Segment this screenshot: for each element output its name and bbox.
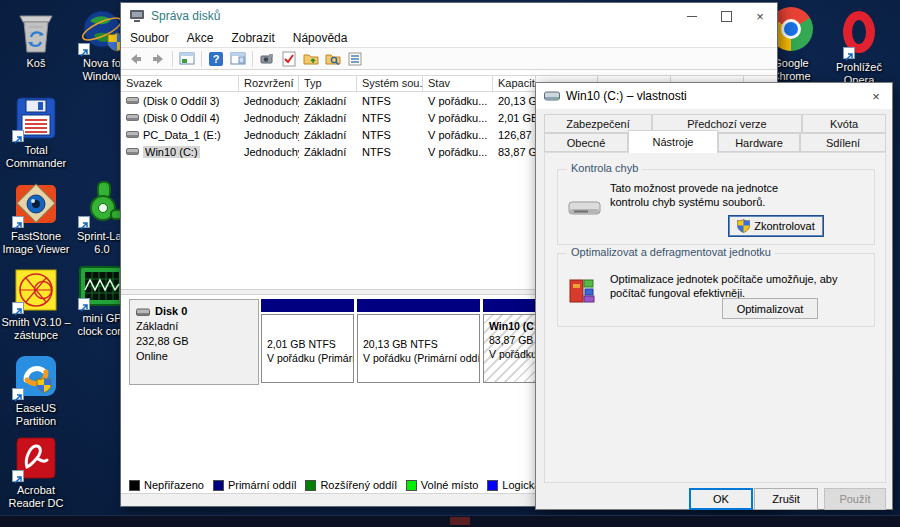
primary-partition-color-bar (357, 299, 480, 312)
legend-item: Volné místo (406, 479, 478, 491)
partition-block[interactable]: 2,01 GB NTFS V pořádku (Primární oddíl) (261, 299, 354, 385)
search-folder-icon[interactable] (322, 49, 344, 68)
legend-item: Nepřiřazeno (129, 479, 204, 491)
tab-general[interactable]: Obecné (544, 133, 628, 152)
desktop-icon-label: EaseUS Partition (0, 402, 72, 428)
checklist-icon[interactable] (278, 49, 300, 68)
desktop-icon-acrobat[interactable]: Acrobat Reader DC (0, 434, 72, 510)
tab-tools[interactable]: Nástroje (628, 130, 718, 153)
legend-item: Rozšířený oddíl (305, 479, 396, 491)
tab-quota[interactable]: Kvóta (802, 114, 886, 133)
console-tree-icon[interactable] (176, 49, 198, 68)
back-icon[interactable] (125, 49, 147, 68)
minimize-button[interactable] (675, 3, 709, 29)
nova-globe-icon (78, 7, 126, 55)
volume-icon (126, 147, 139, 156)
taskbar[interactable] (0, 515, 900, 527)
help-icon[interactable]: ? (205, 49, 227, 68)
column-status[interactable]: Stav (423, 76, 493, 91)
maximize-button[interactable] (709, 3, 743, 29)
dialog-titlebar[interactable]: Win10 (C:) – vlastnosti × (536, 83, 892, 109)
optimize-group: Optimalizovat a defragmentovat jednotku … (557, 253, 875, 327)
smith-chart-icon (12, 266, 60, 314)
menu-view[interactable]: Zobrazit (222, 31, 283, 45)
partition-block[interactable]: 20,13 GB NTFS V pořádku (Primární oddíl) (357, 299, 480, 385)
shortcut-arrow-icon (12, 388, 24, 400)
check-button[interactable]: Zkontrolovat (728, 215, 824, 237)
toolbar: ? (121, 47, 777, 70)
ok-button[interactable]: OK (689, 488, 753, 510)
desktop-icon-smith[interactable]: Smith V3.10 – zástupce (0, 266, 72, 342)
dialog-close-button[interactable]: × (860, 83, 892, 109)
disk0-panel[interactable]: Disk 0 Základní 232,88 GB Online (129, 299, 259, 385)
group-label: Optimalizovat a defragmentovat jednotku (567, 246, 775, 258)
column-volume[interactable]: Svazek (121, 76, 239, 91)
shortcut-arrow-icon (843, 47, 855, 59)
desktop-icon-faststone[interactable]: FastStone Image Viewer (0, 180, 72, 256)
properties-icon[interactable] (344, 49, 366, 68)
disk0-status: Online (136, 349, 252, 364)
disk0-size: 232,88 GB (136, 334, 252, 349)
disk0-name: Disk 0 (155, 304, 187, 319)
apply-button[interactable]: Použít (824, 488, 886, 510)
forward-icon[interactable] (147, 49, 169, 68)
column-capacity[interactable]: Kapacita (493, 76, 536, 91)
shortcut-arrow-icon (78, 43, 90, 55)
menu-bar: Soubor Akce Zobrazit Nápověda (121, 29, 777, 47)
menu-file[interactable]: Soubor (121, 31, 178, 45)
primary-partition-color-bar (261, 299, 354, 312)
disk-management-app-icon (129, 9, 145, 23)
acrobat-reader-icon (12, 434, 60, 482)
column-type[interactable]: Typ (299, 76, 357, 91)
window-title: Správa disků (151, 9, 220, 23)
shortcut-arrow-icon (12, 130, 24, 142)
legend-item: Primární oddíl (213, 479, 296, 491)
desktop-icon-label: Smith V3.10 – zástupce (0, 316, 72, 342)
cancel-button[interactable]: Zrušit (754, 488, 818, 510)
menu-help[interactable]: Nápověda (284, 31, 357, 45)
device-view-icon[interactable] (256, 49, 278, 68)
faststone-eye-icon (12, 180, 60, 228)
uac-shield-icon (737, 219, 750, 233)
sprint-lay-icon (78, 180, 126, 228)
error-checking-group: Kontrola chyb Tato možnost provede na je… (557, 169, 875, 245)
partition-legend: Nepřiřazeno Primární oddíl Rozšířený odd… (129, 479, 585, 491)
desktop-icon-easeus[interactable]: EaseUS Partition (0, 352, 72, 428)
volume-icon (126, 130, 139, 139)
desktop-icon-label: Koš (0, 57, 72, 70)
opera-icon (835, 11, 883, 59)
column-filesystem[interactable]: Systém sou... (357, 76, 423, 91)
action-pane-icon[interactable] (227, 49, 249, 68)
dialog-title: Win10 (C:) – vlastnosti (566, 89, 687, 103)
taskbar-app-icon[interactable] (450, 517, 470, 525)
desktop-icon-label: Acrobat Reader DC (0, 484, 72, 510)
desktop-icon-recycle-bin[interactable]: Koš (0, 7, 72, 70)
floppy-disk-icon (12, 94, 60, 142)
disk0-type: Základní (136, 319, 252, 334)
mount-folder-icon[interactable] (300, 49, 322, 68)
disk-management-titlebar[interactable]: Správa disků × (121, 3, 777, 29)
shortcut-arrow-icon (12, 302, 24, 314)
tab-hardware[interactable]: Hardware (718, 133, 800, 152)
volume-icon (126, 113, 139, 122)
group-label: Kontrola chyb (567, 162, 642, 174)
column-layout[interactable]: Rozvržení (239, 76, 299, 91)
properties-dialog: Win10 (C:) – vlastnosti × Zabezpečení Př… (535, 82, 893, 510)
easeus-partition-icon (12, 352, 60, 400)
oscilloscope-icon (78, 266, 126, 310)
error-checking-text: Tato možnost provede na jednotce kontrol… (610, 181, 810, 209)
volume-icon (126, 96, 139, 105)
shortcut-arrow-icon (12, 216, 24, 228)
desktop-icon-label: Total Commander (0, 144, 72, 170)
shortcut-arrow-icon (78, 298, 90, 310)
recycle-bin-icon (12, 7, 60, 55)
desktop-icon-total-commander[interactable]: Total Commander (0, 94, 72, 170)
desktop-icon-opera[interactable]: Prohlížeč Opera (826, 7, 892, 87)
optimize-button[interactable]: Optimalizovat (722, 298, 818, 319)
close-button[interactable]: × (743, 3, 777, 29)
menu-action[interactable]: Akce (178, 31, 223, 45)
disk-icon (136, 307, 150, 317)
hard-drive-icon (568, 198, 602, 224)
tab-sharing[interactable]: Sdílení (800, 133, 886, 152)
svg-text:?: ? (213, 53, 220, 65)
